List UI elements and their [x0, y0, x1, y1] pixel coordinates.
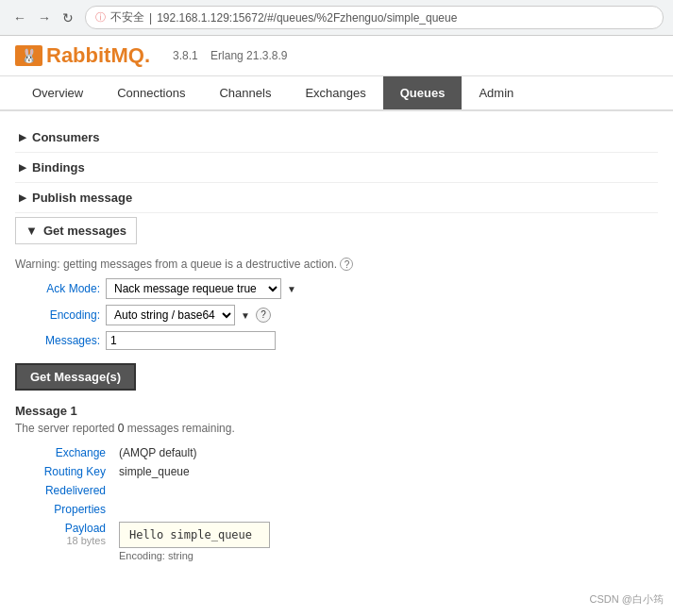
app-header: 🐰 RabbitMQ. 3.8.1 Erlang 21.3.8.9 [0, 36, 673, 76]
routing-key-row: Routing Key simple_queue [17, 463, 656, 480]
publish-message-section-header[interactable]: ▶ Publish message [15, 183, 658, 213]
reload-button[interactable]: ↻ [59, 8, 77, 27]
encoding-select[interactable]: Auto string / base64 base64 [106, 305, 235, 325]
browser-chrome: ← → ↻ ⓘ 不安全 | 192.168.1.129:15672/#/queu… [0, 0, 673, 36]
get-messages-section-header[interactable]: ▼ Get messages [16, 218, 136, 243]
properties-value [113, 501, 656, 518]
logo: 🐰 RabbitMQ. [15, 43, 150, 68]
messages-count-input[interactable] [106, 331, 276, 350]
routing-key-label: Routing Key [17, 463, 111, 480]
redelivered-label: Redelivered [17, 482, 111, 499]
url-text: 192.168.1.129:15672/#/queues/%2Fzhenguo/… [157, 11, 457, 25]
security-label: 不安全 [110, 9, 144, 25]
bindings-section-header[interactable]: ▶ Bindings [15, 153, 658, 183]
consumers-arrow: ▶ [19, 132, 26, 142]
nav-admin[interactable]: Admin [462, 76, 530, 109]
payload-content-cell: Hello simple_queue Encoding: string [113, 520, 656, 563]
warning-text-content: Warning: getting messages from a queue i… [15, 258, 337, 271]
logo-icon: 🐰 [15, 45, 42, 66]
encoding-arrow-icon: ▼ [241, 310, 250, 321]
nav-channels[interactable]: Channels [202, 76, 288, 109]
message-result-label: Message 1 [15, 404, 658, 418]
encoding-help-button[interactable]: ? [256, 308, 271, 323]
remaining-text: The server reported 0 messages remaining… [15, 422, 658, 435]
erlang-version: Erlang 21.3.8.9 [210, 49, 287, 62]
bindings-label: Bindings [32, 160, 85, 175]
nav-queues[interactable]: Queues [383, 76, 463, 109]
logo-text: RabbitMQ. [46, 43, 150, 68]
payload-label-text: Payload [23, 522, 106, 535]
nav-connections[interactable]: Connections [100, 76, 202, 109]
payload-box: Hello simple_queue [119, 522, 270, 548]
payload-bytes: 18 bytes [23, 535, 106, 546]
address-bar[interactable]: ⓘ 不安全 | 192.168.1.129:15672/#/queues/%2F… [85, 6, 664, 29]
ack-mode-row: Ack Mode: Nack message requeue true Nack… [15, 278, 658, 299]
payload-row: Payload 18 bytes Hello simple_queue Enco… [17, 520, 656, 563]
main-nav: Overview Connections Channels Exchanges … [0, 76, 673, 111]
exchange-label: Exchange [17, 444, 111, 461]
get-messages-section: ▼ Get messages [15, 217, 137, 244]
publish-message-label: Publish message [32, 191, 132, 205]
nav-overview[interactable]: Overview [15, 76, 100, 109]
bindings-arrow: ▶ [19, 162, 26, 173]
payload-label: Payload 18 bytes [17, 520, 111, 563]
properties-row: Properties [17, 501, 656, 518]
encoding-label: Encoding: [15, 308, 100, 322]
content-area: ▶ Consumers ▶ Bindings ▶ Publish message… [0, 111, 673, 576]
security-icon: ⓘ [95, 10, 106, 25]
exchange-value: (AMQP default) [113, 444, 656, 461]
exchange-row: Exchange (AMQP default) [17, 444, 656, 461]
forward-button[interactable]: → [34, 8, 55, 27]
publish-message-arrow: ▶ [19, 192, 26, 203]
get-messages-button[interactable]: Get Message(s) [15, 363, 136, 391]
consumers-section-header[interactable]: ▶ Consumers [15, 123, 658, 153]
remaining-count: 0 [118, 422, 125, 435]
routing-key-value: simple_queue [113, 463, 656, 480]
warning-help-button[interactable]: ? [340, 258, 353, 271]
get-messages-arrow: ▼ [25, 224, 38, 238]
messages-count-row: Messages: [15, 331, 658, 350]
pipe-separator: | [149, 11, 152, 25]
back-button[interactable]: ← [9, 8, 30, 27]
version-number: 3.8.1 [173, 49, 198, 62]
messages-count-label: Messages: [15, 334, 100, 347]
logo-suffix: MQ [110, 43, 143, 67]
get-messages-label: Get messages [43, 224, 126, 238]
browser-nav-buttons: ← → ↻ [9, 8, 77, 27]
properties-label: Properties [17, 501, 111, 518]
message-details-table: Exchange (AMQP default) Routing Key simp… [15, 442, 658, 565]
ack-mode-arrow-icon: ▼ [287, 284, 296, 294]
logo-prefix: Rabbit [46, 43, 110, 67]
warning-message: Warning: getting messages from a queue i… [15, 258, 658, 271]
ack-mode-label: Ack Mode: [15, 282, 100, 295]
encoding-row: Encoding: Auto string / base64 base64 ▼ … [15, 305, 658, 325]
consumers-label: Consumers [32, 130, 100, 144]
redelivered-row: Redelivered [17, 482, 656, 499]
version-label: 3.8.1 Erlang 21.3.8.9 [173, 49, 287, 62]
logo-dot: . [144, 43, 150, 67]
redelivered-value [113, 482, 656, 499]
encoding-info: Encoding: string [119, 550, 650, 561]
ack-mode-select[interactable]: Nack message requeue true Nack message r… [106, 278, 281, 299]
nav-exchanges[interactable]: Exchanges [288, 76, 382, 109]
